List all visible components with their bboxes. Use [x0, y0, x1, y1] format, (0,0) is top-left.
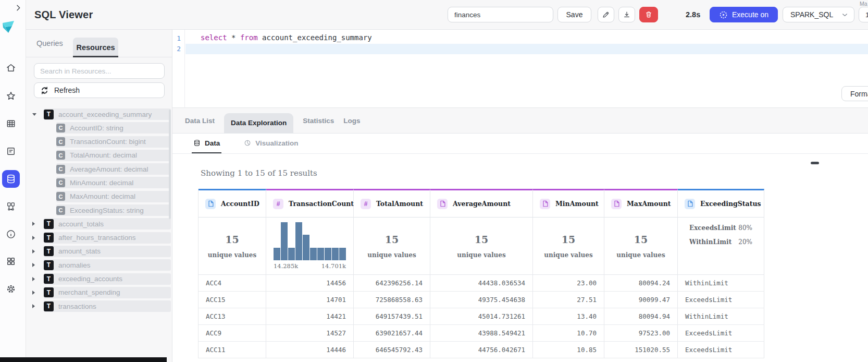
tree-item-column-averageamount-decimal[interactable]: CAverageAmount: decimal [26, 163, 172, 175]
table-cell: ExceedsLimit [678, 292, 764, 308]
category-label: WithinLimit [689, 238, 731, 246]
tab-resources[interactable]: Resources [73, 38, 118, 57]
favorites-star-icon[interactable] [2, 87, 20, 105]
edit-button[interactable] [598, 7, 614, 22]
settings-gear-icon[interactable] [2, 280, 20, 298]
table-cell: 14701 [266, 292, 354, 308]
histogram-bars [274, 222, 346, 260]
engine-select[interactable]: SPARK_SQL [783, 7, 854, 22]
subtab-visualization[interactable]: Visualization [242, 134, 300, 153]
tree-item-table-exceeding-accounts[interactable]: Texceeding_accounts [26, 273, 172, 285]
results-tab-data-list[interactable]: Data List [185, 117, 215, 125]
caret-right-icon[interactable] [32, 277, 35, 281]
category-row: ExceedsLimit80% [689, 224, 752, 232]
tree-row-bar: CTransactionCount: bigint [56, 136, 171, 148]
column-stats-averageamount: 15unique values [430, 218, 533, 275]
sql-code-line[interactable]: select * from account_exceeding_summary [201, 33, 372, 44]
caret-right-icon[interactable] [32, 249, 35, 254]
tree-item-column-exceedingstatus-string[interactable]: CExceedingStatus: string [26, 204, 172, 216]
results-tab-statistics[interactable]: Statistics [303, 117, 334, 125]
column-header-totalamount[interactable]: #TotalAmount [354, 189, 430, 218]
caret-right-icon[interactable] [32, 304, 35, 308]
save-button[interactable]: Save [557, 7, 591, 22]
execution-duration: 2.8s [686, 0, 700, 30]
column-header-transactioncount[interactable]: #TransactionCount [266, 189, 354, 218]
info-icon[interactable] [2, 225, 20, 243]
results-tab-data-exploration[interactable]: Data Exploration [224, 113, 293, 133]
column-badge-icon: C [56, 178, 65, 187]
table-grid-icon[interactable] [2, 115, 20, 132]
histogram-bar [303, 235, 309, 260]
tree-item-column-transactioncount-bigint[interactable]: CTransactionCount: bigint [26, 136, 172, 148]
tree-item-column-minamount-decimal[interactable]: CMinAmount: decimal [26, 177, 172, 188]
tree-item-table-transactions[interactable]: Ttransactions [26, 300, 172, 312]
tree-item-label: amount_stats [58, 247, 101, 255]
tree-item-table-anomalies[interactable]: Tanomalies [26, 259, 172, 271]
unique-values-label: unique values [457, 251, 505, 259]
tree-row-bar: Tmerchant_spending [44, 287, 171, 298]
document-icon[interactable] [2, 142, 20, 160]
tree-item-table-after-hours-transactions[interactable]: Tafter_hours_transactions [26, 232, 172, 244]
apps-grid-icon[interactable] [2, 252, 20, 270]
limit-input[interactable] [859, 7, 868, 22]
sql-editor[interactable]: 1 2 select * from account_exceeding_summ… [172, 30, 868, 108]
column-header-averageamount[interactable]: AverageAmount [430, 189, 533, 218]
format-button[interactable]: Format [841, 86, 868, 101]
column-header-maxamount[interactable]: MaxAmount [604, 189, 678, 218]
text-type-icon [685, 199, 695, 209]
caret-right-icon[interactable] [32, 236, 35, 240]
column-stats-exceedingstatus: ExceedsLimit80%WithinLimit20% [678, 218, 764, 275]
home-icon[interactable] [2, 59, 20, 77]
expand-panel-icon[interactable] [14, 3, 22, 13]
tree-item-table-merchant-spending[interactable]: Tmerchant_spending [26, 287, 172, 298]
caret-right-icon[interactable] [32, 263, 35, 267]
column-header-accountid[interactable]: AccountID [199, 189, 266, 218]
refresh-button[interactable]: Refresh [34, 82, 165, 98]
column-header-minamount[interactable]: MinAmount [533, 189, 604, 218]
query-name-input[interactable] [448, 7, 553, 22]
table-cell: 80094.24 [604, 275, 678, 292]
table-cell: 14527 [266, 325, 354, 342]
results-tab-logs[interactable]: Logs [343, 117, 360, 125]
tree-row-bar: CExceedingStatus: string [56, 204, 171, 216]
table-badge-icon: T [44, 287, 54, 297]
table-badge-icon: T [44, 274, 54, 284]
category-stats: ExceedsLimit80%WithinLimit20% [678, 218, 764, 246]
column-name: TotalAmount [376, 200, 423, 208]
download-button[interactable] [618, 7, 635, 22]
data-flow-icon[interactable] [2, 198, 20, 215]
unique-values-stat: 15unique values [199, 218, 266, 274]
chevron-down-icon [841, 11, 849, 19]
subtab-data[interactable]: Data [192, 134, 221, 153]
trash-icon [644, 10, 653, 19]
column-stats-totalamount: 15unique values [354, 218, 430, 275]
execute-button[interactable]: Execute on [710, 7, 778, 22]
tree-item-table-amount-stats[interactable]: Tamount_stats [26, 246, 172, 257]
histogram-bar [317, 248, 324, 260]
scrollbar-thumb[interactable] [811, 162, 819, 164]
caret-right-icon[interactable] [32, 222, 35, 226]
panel-scrollbar[interactable] [169, 110, 171, 219]
resources-search-input[interactable] [34, 63, 165, 79]
caret-right-icon[interactable] [32, 291, 35, 295]
tree-item-table-account-totals[interactable]: Taccount_totals [26, 218, 172, 230]
caret-down-icon[interactable] [32, 113, 36, 116]
database-icon[interactable] [2, 170, 20, 188]
tree-row-bar: Ttransactions [44, 300, 171, 312]
table-cell: ACC9 [199, 325, 266, 342]
page-title: SQL Viewer [34, 0, 93, 29]
table-badge-icon: T [44, 260, 54, 270]
table-cell: 27.51 [533, 292, 604, 308]
tree-item-table-account-exceeding-summary[interactable]: Taccount_exceeding_summary [26, 108, 172, 120]
tree-item-column-accountid-string[interactable]: CAccountID: string [26, 122, 172, 134]
category-row: WithinLimit20% [689, 238, 752, 246]
histogram-min-label: 14.285k [274, 262, 298, 270]
column-header-exceedingstatus[interactable]: ExceedingStatus [678, 189, 764, 218]
tree-item-column-totalamount-decimal[interactable]: CTotalAmount: decimal [26, 150, 172, 161]
delete-button[interactable] [639, 7, 658, 22]
unique-values-stat: 15unique values [354, 218, 430, 274]
table-cell: 14421 [266, 308, 354, 325]
refresh-icon [40, 86, 49, 95]
tree-item-column-maxamount-decimal[interactable]: CMaxAmount: decimal [26, 191, 172, 202]
tab-queries[interactable]: Queries [36, 30, 63, 57]
